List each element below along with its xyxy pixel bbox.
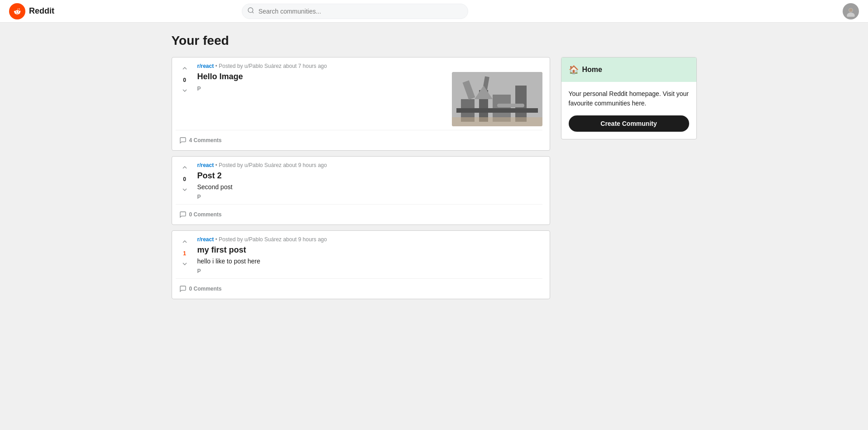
search-icon <box>247 7 254 16</box>
sidebar-header: 🏠 Home <box>561 57 696 82</box>
post-card-1[interactable]: 0 r/react • Posted by u/Pablo Suárez abo… <box>172 57 550 151</box>
post-body-text: Second post <box>197 183 542 191</box>
comments-button[interactable]: 4 Comments <box>176 134 225 147</box>
downvote-button[interactable] <box>179 258 190 271</box>
feed-column: 0 r/react • Posted by u/Pablo Suárez abo… <box>172 57 550 299</box>
post-meta-text: • Posted by u/Pablo Suárez about 9 hours… <box>216 162 327 168</box>
post-subreddit[interactable]: r/react <box>197 63 214 69</box>
svg-rect-12 <box>456 108 538 113</box>
post-subreddit[interactable]: r/react <box>197 236 214 243</box>
upvote-button[interactable] <box>179 63 190 75</box>
home-icon: 🏠 <box>569 65 579 75</box>
post-body: Post 2 Second post P <box>197 171 542 201</box>
downvote-button[interactable] <box>179 85 190 97</box>
content-layout: 0 r/react • Posted by u/Pablo Suárez abo… <box>172 57 697 299</box>
create-community-button[interactable]: Create Community <box>569 115 689 132</box>
search-container <box>242 4 468 19</box>
post-image <box>452 72 542 126</box>
svg-line-2 <box>252 12 254 13</box>
post-footer: 4 Comments <box>176 130 542 150</box>
post-meta-text: • Posted by u/Pablo Suárez about 9 hours… <box>216 236 327 243</box>
post-meta-text: • Posted by u/Pablo Suárez about 7 hours… <box>216 63 327 69</box>
sidebar-title: Home <box>582 66 602 74</box>
post-content: r/react • Posted by u/Pablo Suárez about… <box>197 160 542 202</box>
sidebar-column: 🏠 Home Your personal Reddit homepage. Vi… <box>561 57 697 139</box>
post-body: my first post hello i like to post here … <box>197 245 542 275</box>
header: Reddit <box>0 0 868 23</box>
svg-point-6 <box>849 8 853 12</box>
vote-column: 1 <box>176 234 194 277</box>
post-image-placeholder <box>452 72 542 126</box>
post-meta: r/react • Posted by u/Pablo Suárez about… <box>197 162 542 168</box>
avatar[interactable] <box>843 3 859 19</box>
sidebar-description: Your personal Reddit homepage. Visit you… <box>569 89 689 108</box>
upvote-button[interactable] <box>179 162 190 174</box>
vote-count: 1 <box>183 250 186 257</box>
svg-rect-16 <box>497 104 524 107</box>
page-title: Your feed <box>172 33 697 48</box>
svg-point-1 <box>248 8 253 13</box>
post-meta: r/react • Posted by u/Pablo Suárez about… <box>197 236 542 243</box>
comments-button[interactable]: 0 Comments <box>176 208 225 221</box>
post-text-area: Post 2 Second post P <box>197 171 542 201</box>
home-sidebar-card: 🏠 Home Your personal Reddit homepage. Vi… <box>561 57 697 139</box>
downvote-button[interactable] <box>179 184 190 196</box>
vote-count: 0 <box>183 77 186 83</box>
vote-count: 0 <box>183 176 186 182</box>
post-inner: 0 r/react • Posted by u/Pablo Suárez abo… <box>176 160 542 202</box>
post-type-badge: P <box>197 268 201 274</box>
post-type-badge: P <box>197 86 201 92</box>
post-type-badge: P <box>197 194 201 200</box>
post-title: my first post <box>197 245 542 255</box>
post-body: Hello Image P <box>197 72 542 126</box>
reddit-logo[interactable]: Reddit <box>9 3 54 19</box>
comments-count: 4 Comments <box>189 137 222 143</box>
post-content: r/react • Posted by u/Pablo Suárez about… <box>197 234 542 277</box>
post-content: r/react • Posted by u/Pablo Suárez about… <box>197 61 542 128</box>
post-text-area: my first post hello i like to post here … <box>197 245 542 275</box>
reddit-icon <box>9 3 25 19</box>
vote-column: 0 <box>176 160 194 202</box>
post-meta: r/react • Posted by u/Pablo Suárez about… <box>197 63 542 69</box>
page-container: Your feed 0 r/r <box>163 23 706 310</box>
post-body-text: hello i like to post here <box>197 258 542 265</box>
post-card-3[interactable]: 1 r/react • Posted by u/Pablo Suárez abo… <box>172 230 550 299</box>
svg-rect-17 <box>452 117 542 126</box>
upvote-button[interactable] <box>179 236 190 248</box>
post-inner: 0 r/react • Posted by u/Pablo Suárez abo… <box>176 61 542 128</box>
post-footer: 0 Comments <box>176 278 542 299</box>
sidebar-body: Your personal Reddit homepage. Visit you… <box>561 82 696 139</box>
site-title: Reddit <box>29 6 54 16</box>
post-inner: 1 r/react • Posted by u/Pablo Suárez abo… <box>176 234 542 277</box>
post-title: Post 2 <box>197 171 542 181</box>
post-footer: 0 Comments <box>176 204 542 225</box>
post-card-2[interactable]: 0 r/react • Posted by u/Pablo Suárez abo… <box>172 156 550 225</box>
comments-button[interactable]: 0 Comments <box>176 282 225 295</box>
vote-column: 0 <box>176 61 194 128</box>
post-title: Hello Image <box>197 72 446 81</box>
search-input[interactable] <box>242 4 468 19</box>
comments-count: 0 Comments <box>189 286 222 292</box>
post-text-area: Hello Image P <box>197 72 446 92</box>
comments-count: 0 Comments <box>189 211 222 218</box>
post-subreddit[interactable]: r/react <box>197 162 214 168</box>
avatar-image <box>843 3 859 19</box>
